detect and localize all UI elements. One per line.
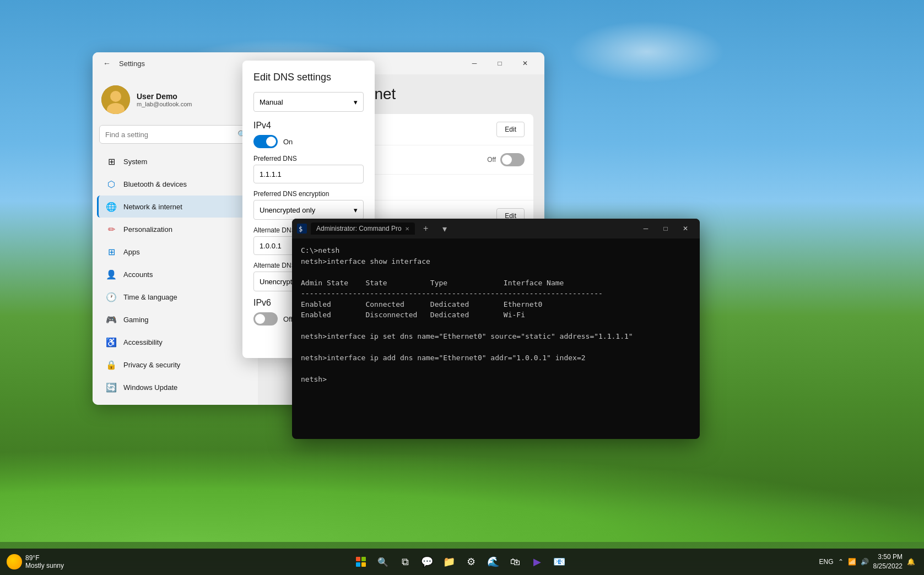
terminal-close-button[interactable]: ✕ <box>676 221 695 236</box>
apps-icon: ⊞ <box>106 246 117 257</box>
search-icon: 🔍 <box>377 557 388 567</box>
sidebar-item-personalization[interactable]: ✏ Personalization <box>97 218 253 240</box>
accessibility-icon: ♿ <box>106 337 117 348</box>
chevron-down-icon: ▾ <box>354 98 358 106</box>
outlook-icon: 📧 <box>553 556 565 568</box>
preferred-dns-input[interactable] <box>253 165 364 183</box>
terminal-dropdown-button[interactable]: ▾ <box>437 221 452 236</box>
taskbar-search-button[interactable]: 🔍 <box>373 552 393 572</box>
sidebar-item-bluetooth[interactable]: ⬡ Bluetooth & devices <box>97 173 253 195</box>
terminal-content: C:\>netsh netsh>interface show interface… <box>301 245 691 385</box>
sidebar-item-privacy[interactable]: 🔒 Privacy & security <box>97 354 253 376</box>
taskbar-center: 🔍 ⧉ 💬 📁 ⚙ 🌊 🛍 ▶ 📧 <box>110 552 810 572</box>
taskview-icon: ⧉ <box>402 556 409 568</box>
user-name: User Demo <box>137 92 249 101</box>
sidebar-item-system[interactable]: ⊞ System <box>97 150 253 172</box>
terminal-titlebar: $ Administrator: Command Pro ✕ + ▾ ─ □ ✕ <box>292 219 700 238</box>
sidebar-item-accounts[interactable]: 👤 Accounts <box>97 263 253 285</box>
terminal-app-icon: $ <box>296 223 307 234</box>
accounts-icon: 👤 <box>106 269 117 280</box>
sidebar-item-label: Network & internet <box>123 203 182 211</box>
sidebar-item-accessibility[interactable]: ♿ Accessibility <box>97 331 253 353</box>
bluetooth-icon: ⬡ <box>106 178 117 189</box>
sidebar-item-update[interactable]: 🔄 Windows Update <box>97 376 253 398</box>
sidebar-item-label: Apps <box>123 248 140 256</box>
update-icon: 🔄 <box>106 382 117 393</box>
terminal-body[interactable]: C:\>netsh netsh>interface show interface… <box>292 238 700 439</box>
edit-button-1[interactable]: Edit <box>496 122 525 137</box>
sidebar-item-time[interactable]: 🕐 Time & language <box>97 286 253 308</box>
taskbar-outlook-button[interactable]: 📧 <box>549 552 569 572</box>
sidebar-item-label: Accessibility <box>123 338 163 346</box>
preferred-dns-encryption-dropdown[interactable]: Unencrypted only ▾ <box>253 200 364 220</box>
ipv4-toggle-label: On <box>283 138 293 146</box>
gear-icon: ⚙ <box>467 556 475 568</box>
terminal-maximize-button[interactable]: □ <box>656 221 676 236</box>
mode-dropdown[interactable]: Manual ▾ <box>253 92 364 112</box>
taskbar-chat-button[interactable]: 💬 <box>417 552 437 572</box>
taskbar-taskview-button[interactable]: ⧉ <box>395 552 415 572</box>
network-icon: 🌐 <box>106 201 117 212</box>
taskbar-clock[interactable]: 3:50 PM 8/25/2022 <box>873 552 903 571</box>
sidebar-item-network[interactable]: 🌐 Network & internet <box>97 196 253 218</box>
terminal-window: $ Administrator: Command Pro ✕ + ▾ ─ □ ✕… <box>292 219 700 439</box>
maximize-button[interactable]: □ <box>487 55 512 72</box>
ipv6-toggle[interactable] <box>253 312 278 326</box>
windows-logo-icon <box>356 557 366 567</box>
sidebar-item-apps[interactable]: ⊞ Apps <box>97 241 253 263</box>
sidebar-item-label: Windows Update <box>123 383 177 392</box>
taskbar-settings-button[interactable]: ⚙ <box>461 552 481 572</box>
weather-icon <box>7 554 22 569</box>
toggle-label: Off <box>487 156 496 164</box>
network-status-icon: 📶 <box>848 558 856 566</box>
terminal-add-tab-button[interactable]: + <box>418 221 434 236</box>
weather-temp: 89°F <box>25 554 64 562</box>
user-email: m_lab@outlook.com <box>137 101 249 107</box>
system-icon: ⊞ <box>106 156 117 167</box>
volume-icon[interactable]: 🔊 <box>861 558 869 566</box>
weather-desc: Mostly sunny <box>25 562 64 569</box>
terminal-tab-label: Administrator: Command Pro <box>316 225 402 232</box>
notification-icon[interactable]: 🔔 <box>907 558 915 566</box>
row-action: Edit <box>496 122 525 137</box>
search-box: 🔍 <box>99 125 251 144</box>
preferred-dns-label: Preferred DNS <box>253 155 364 162</box>
minimize-button[interactable]: ─ <box>462 55 487 72</box>
taskbar: 89°F Mostly sunny 🔍 ⧉ 💬 📁 ⚙ <box>0 549 924 575</box>
chevron-up-icon[interactable]: ⌃ <box>838 558 844 566</box>
taskbar-fileexplorer-button[interactable]: 📁 <box>439 552 459 572</box>
svg-text:$: $ <box>299 225 302 233</box>
close-button[interactable]: ✕ <box>512 55 538 72</box>
window-title: Settings <box>119 59 145 68</box>
terminal-minimize-button[interactable]: ─ <box>636 221 656 236</box>
chat-icon: 💬 <box>421 556 433 568</box>
taskbar-store-button[interactable]: 🛍 <box>505 552 525 572</box>
dns-dialog-title: Edit DNS settings <box>253 72 364 83</box>
sidebar-item-gaming[interactable]: 🎮 Gaming <box>97 308 253 330</box>
ipv4-section-header: IPv4 <box>253 121 364 131</box>
titlebar-controls: ─ □ ✕ <box>462 55 538 72</box>
search-input[interactable] <box>99 125 251 144</box>
taskbar-edge-button[interactable]: 🌊 <box>483 552 503 572</box>
taskbar-terminal-button[interactable]: ▶ <box>527 552 547 572</box>
preferred-dns-encryption-label: Preferred DNS encryption <box>253 190 364 198</box>
terminal-tab-close-icon[interactable]: ✕ <box>405 226 409 232</box>
ipv4-toggle[interactable] <box>253 135 278 148</box>
preferred-dns-encryption-value: Unencrypted only <box>260 206 315 214</box>
svg-point-1 <box>110 91 121 102</box>
terminal-icon: ▶ <box>533 556 541 568</box>
back-button[interactable]: ← <box>99 56 115 71</box>
language-indicator[interactable]: ENG <box>819 558 834 566</box>
terminal-controls: ─ □ ✕ <box>636 221 695 236</box>
terminal-tab[interactable]: Administrator: Command Pro ✕ <box>311 223 415 235</box>
taskbar-left: 89°F Mostly sunny <box>0 554 110 569</box>
avatar <box>101 85 130 114</box>
taskbar-weather[interactable]: 89°F Mostly sunny <box>7 554 64 569</box>
toggle-off[interactable] <box>500 153 525 166</box>
row-action-2: Off <box>487 153 525 166</box>
user-profile[interactable]: User Demo m_lab@outlook.com <box>93 79 258 123</box>
ipv4-toggle-row: On <box>253 135 364 148</box>
start-button[interactable] <box>351 552 371 572</box>
settings-sidebar: User Demo m_lab@outlook.com 🔍 ⊞ System ⬡… <box>93 74 258 405</box>
chevron-down-icon-2: ▾ <box>354 206 358 214</box>
